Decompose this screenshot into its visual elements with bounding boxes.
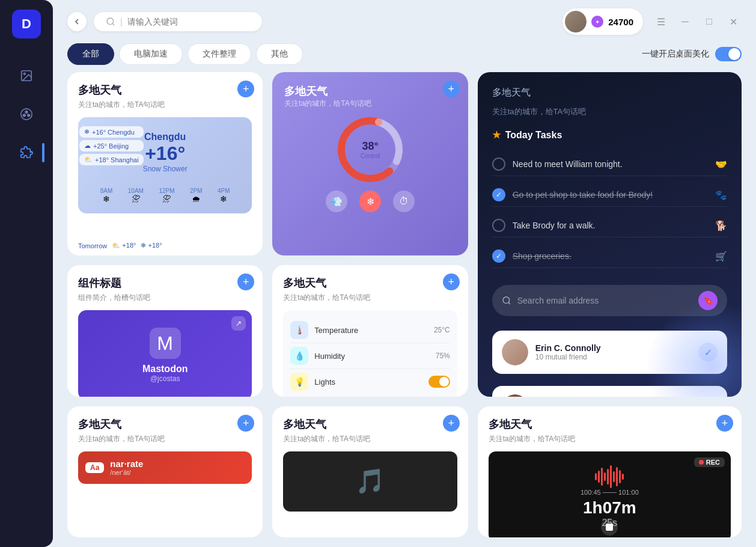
tasks-header: ★ Today Tasks: [492, 129, 727, 141]
back-button[interactable]: [67, 12, 87, 31]
humidity-label: Humidity: [314, 352, 429, 361]
search-input[interactable]: [127, 17, 236, 26]
wave-bar: [622, 474, 624, 480]
waveform-display: [595, 465, 624, 489]
component-sub: 组件简介，给槽句话吧: [78, 293, 252, 303]
weather-big-title: 多地天气: [78, 83, 252, 97]
task-check-2[interactable]: ✓: [492, 188, 505, 201]
smart-row-temp: 🌡️ Temperature 25°C: [290, 317, 450, 343]
sidebar-item-puzzle[interactable]: [16, 142, 37, 163]
add-recorder-button[interactable]: +: [716, 415, 733, 432]
humidity-icon: 💧: [290, 347, 308, 365]
svg-point-3: [25, 111, 28, 114]
task-check-3[interactable]: [492, 219, 505, 232]
svg-line-7: [112, 23, 114, 25]
ac-control-button[interactable]: ❄: [359, 191, 381, 212]
wave-bar: [604, 472, 606, 481]
friend-avatar-img-1: [502, 339, 528, 365]
city-chengdu: ❄+16° Chengdu: [79, 126, 144, 138]
timer-control-button[interactable]: ⏱: [393, 191, 415, 212]
tab-speedup[interactable]: 电脑加速: [119, 43, 183, 65]
toggle-label: 一键开启桌面美化: [642, 49, 709, 60]
coin-icon: ✦: [591, 16, 603, 28]
mastodon-handle: @jcostas: [150, 374, 180, 383]
task-emoji-4: 🛒: [715, 251, 727, 262]
rec-duration: 1h07m: [583, 498, 636, 517]
recorder-sub: 关注ta的城市，给TA句话吧: [489, 434, 731, 444]
external-link-icon[interactable]: ↗: [231, 316, 246, 331]
wave-bar: [619, 470, 621, 483]
task-check-1[interactable]: [492, 157, 505, 171]
time-12pm: 12PM⛈: [159, 188, 174, 204]
task-check-4[interactable]: ✓: [492, 249, 505, 263]
tab-bar: 全部 电脑加速 文件整理 其他 一键开启桌面美化: [53, 43, 756, 72]
wave-bar: [607, 469, 609, 484]
bottom-widget-music: 多地天气 关注ta的城市，给TA句话吧 + 🎵: [272, 406, 468, 538]
music-note-icon: 🎵: [355, 467, 385, 495]
beautify-toggle[interactable]: [715, 47, 742, 61]
smart-home-sub: 关注ta的城市，给TA句话吧: [283, 293, 457, 303]
lights-toggle-knob: [439, 377, 449, 387]
bottom-widget-1-sub: 关注ta的城市，给TA句话吧: [78, 434, 252, 444]
donut-chart: 38° Control: [334, 114, 406, 186]
fan-control-button[interactable]: 💨: [326, 191, 347, 212]
time-8am: 8AM❄: [100, 188, 113, 204]
tab-all[interactable]: 全部: [67, 43, 114, 65]
avatar-image: [565, 11, 587, 32]
tabs-left: 全部 电脑加速 文件整理 其他: [67, 43, 303, 65]
add-music-button[interactable]: +: [443, 415, 460, 432]
minimize-button[interactable]: ─: [677, 13, 694, 30]
svg-rect-13: [606, 524, 613, 531]
component-title: 组件标题: [78, 276, 252, 290]
user-profile[interactable]: ✦ 24700: [562, 8, 643, 35]
coin-count: 24700: [608, 17, 633, 27]
search-bar[interactable]: |: [94, 12, 262, 31]
header-left: |: [67, 12, 262, 31]
rec-stop-button[interactable]: [601, 519, 618, 536]
rec-badge: REC: [694, 457, 725, 467]
wave-bar: [595, 473, 597, 480]
friend-avatar-2: [502, 394, 528, 397]
friend-info-1: Erin C. Connolly 10 mutual friend: [535, 343, 691, 361]
add-smart-button[interactable]: +: [443, 274, 460, 290]
avatar: [565, 11, 587, 32]
task-item-1: Need to meet William tonight. 🤝: [492, 153, 727, 176]
maximize-button[interactable]: □: [701, 13, 718, 30]
email-search-button[interactable]: 🔖: [698, 291, 718, 310]
donut-label: 38° Control: [361, 140, 380, 159]
temp-value: 25°C: [434, 326, 450, 334]
tab-other[interactable]: 其他: [256, 43, 303, 65]
header-right: ✦ 24700 ☰ ─ □ ✕: [562, 8, 742, 35]
add-bottom-1-button[interactable]: +: [237, 415, 254, 432]
svg-point-4: [28, 114, 30, 117]
weather-purple-title: 多地天气: [284, 84, 456, 99]
email-search-input[interactable]: [517, 296, 692, 305]
sidebar-item-palette[interactable]: [16, 103, 37, 125]
humidity-value: 75%: [436, 352, 450, 360]
mastodon-logo: M: [150, 328, 181, 359]
tasks-panel-sub: 关注ta的城市，给TA句话吧: [492, 106, 727, 117]
temp-label: Temperature: [314, 326, 428, 335]
mastodon-name: Mastodon: [142, 364, 188, 374]
task-item-4: ✓ Shop groceries. 🛒: [492, 245, 727, 268]
sidebar-item-gallery[interactable]: [16, 65, 37, 87]
music-display: 🎵: [283, 451, 457, 512]
app-logo[interactable]: D: [12, 10, 41, 38]
recorder-display: REC 100:45 ─── 101:00 1h07m: [489, 451, 731, 538]
dict-word: nar·rate: [110, 459, 143, 469]
svg-point-11: [503, 297, 510, 304]
smart-home-title: 多地天气: [283, 276, 457, 290]
search-email-box[interactable]: 🔖: [492, 285, 727, 316]
friend-check-button-1[interactable]: ✓: [698, 343, 718, 362]
menu-button[interactable]: ☰: [653, 13, 669, 30]
close-button[interactable]: ✕: [725, 13, 742, 30]
friend-avatar-img-2: [502, 394, 528, 397]
lights-toggle[interactable]: [428, 376, 450, 388]
smart-home-display: 🌡️ Temperature 25°C 💧 Humidity 75% 💡 Lig…: [283, 310, 457, 397]
task-text-3: Take Brody for a walk.: [513, 221, 708, 230]
weather-display: ❄+16° Chengdu ☁+25° Beijing ⛅+18° Shangh…: [78, 117, 252, 213]
music-sub: 关注ta的城市，给TA句话吧: [283, 434, 457, 444]
add-purple-button[interactable]: +: [443, 81, 460, 97]
weather-purple-sub: 关注ta的城市，给TA句话吧: [284, 99, 456, 109]
tab-files[interactable]: 文件整理: [187, 43, 251, 65]
